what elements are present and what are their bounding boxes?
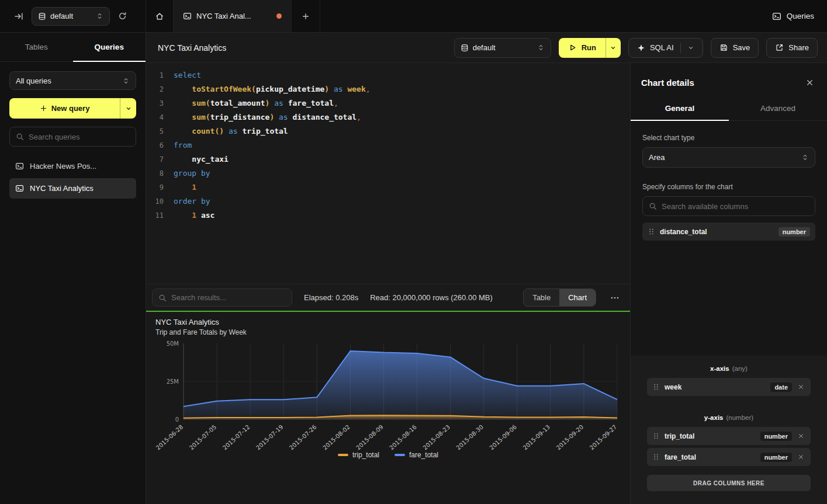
svg-text:2015-06-28: 2015-06-28 bbox=[155, 423, 184, 451]
chevron-down-icon bbox=[125, 105, 132, 112]
code-line[interactable]: 4 sum(trip_distance) as distance_total, bbox=[146, 110, 630, 124]
column-chip-week[interactable]: weekdate bbox=[647, 378, 811, 396]
legend-item-trip_total[interactable]: trip_total bbox=[338, 451, 379, 459]
svg-text:2015-09-13: 2015-09-13 bbox=[522, 423, 552, 451]
queries-button[interactable]: Queries bbox=[772, 12, 814, 21]
search-queries-input[interactable] bbox=[29, 133, 130, 141]
query-item-label: NYC Taxi Analytics bbox=[30, 184, 94, 193]
topbar-right: Queries bbox=[772, 0, 827, 32]
column-type-badge: number bbox=[760, 453, 792, 462]
results-toolbar: Elapsed: 0.208s Read: 20,000,000 rows (2… bbox=[146, 284, 630, 311]
svg-text:2015-07-19: 2015-07-19 bbox=[255, 423, 285, 451]
search-results-input[interactable] bbox=[171, 293, 286, 302]
drag-handle-icon[interactable] bbox=[652, 453, 660, 461]
line-number: 1 bbox=[146, 68, 164, 82]
line-number: 8 bbox=[146, 166, 164, 180]
code-line[interactable]: 6from bbox=[146, 138, 630, 152]
drag-handle-icon[interactable] bbox=[652, 432, 660, 440]
drag-handle-icon[interactable] bbox=[648, 228, 655, 235]
axes-card: x-axis(any) weekdate y-axis(number) trip… bbox=[631, 356, 827, 504]
code-line[interactable]: 3 sum(total_amount) as fare_total, bbox=[146, 96, 630, 110]
database-icon bbox=[461, 44, 469, 52]
new-tab-button[interactable] bbox=[292, 0, 320, 32]
svg-text:2015-09-20: 2015-09-20 bbox=[555, 423, 585, 451]
new-query-main[interactable]: New query bbox=[9, 98, 120, 119]
collapse-sidebar-button[interactable] bbox=[12, 9, 26, 23]
code-text: 1 bbox=[174, 180, 196, 194]
run-options-dropdown[interactable] bbox=[605, 38, 621, 58]
sql-ai-button[interactable]: SQL AI bbox=[628, 38, 703, 58]
code-line[interactable]: 11 1 asc bbox=[146, 208, 630, 223]
code-line[interactable]: 10order by bbox=[146, 194, 630, 208]
sidebar-query-item[interactable]: Hacker News Pos... bbox=[9, 156, 136, 176]
tab-general[interactable]: General bbox=[631, 98, 729, 120]
sparkle-icon bbox=[637, 44, 645, 52]
x-axis-columns: weekdate bbox=[647, 378, 811, 399]
save-button[interactable]: Save bbox=[711, 38, 759, 58]
chevron-updown-icon bbox=[96, 12, 103, 20]
chevron-updown-icon bbox=[537, 44, 545, 51]
remove-column-icon[interactable] bbox=[797, 383, 805, 391]
search-icon bbox=[649, 202, 657, 210]
chart-type-value: Area bbox=[649, 153, 665, 162]
search-columns-box bbox=[642, 196, 815, 216]
plus-icon bbox=[40, 105, 47, 112]
share-button-label: Share bbox=[788, 43, 809, 52]
y-axis-header: y-axis(number) bbox=[647, 414, 811, 421]
run-button[interactable]: Run bbox=[559, 38, 621, 58]
sidebar-body: All queries New query Hacker News Pos...… bbox=[0, 62, 146, 208]
run-button-main[interactable]: Run bbox=[559, 38, 605, 58]
tab-queries[interactable]: Queries bbox=[73, 33, 146, 61]
database-selector[interactable]: default bbox=[32, 7, 110, 26]
tab-advanced[interactable]: Advanced bbox=[729, 98, 827, 120]
new-query-dropdown[interactable] bbox=[120, 98, 136, 119]
results-chart[interactable]: 025M50M2015-06-282015-07-052015-07-12201… bbox=[155, 339, 621, 459]
code-line[interactable]: 2 toStartOfWeek(pickup_datetime) as week… bbox=[146, 82, 630, 96]
query-actions: default Run SQL AI bbox=[454, 38, 818, 58]
chevron-down-icon bbox=[610, 44, 617, 51]
more-options-button[interactable] bbox=[608, 291, 622, 305]
chart-details-panel: Chart details General Advanced Select ch… bbox=[630, 63, 827, 504]
chart-view-button[interactable]: Chart bbox=[559, 289, 596, 306]
queries-filter-select[interactable]: All queries bbox=[9, 71, 136, 90]
sql-editor[interactable]: 1select2 toStartOfWeek(pickup_datetime) … bbox=[146, 63, 630, 284]
drag-handle-icon[interactable] bbox=[652, 383, 660, 391]
table-view-button[interactable]: Table bbox=[524, 289, 559, 306]
column-chip-trip_total[interactable]: trip_totalnumber bbox=[647, 427, 811, 445]
column-chip-distance_total[interactable]: distance_totalnumber bbox=[642, 223, 815, 241]
sidebar-tabs: Tables Queries bbox=[0, 33, 146, 62]
share-button[interactable]: Share bbox=[766, 38, 818, 58]
remove-column-icon[interactable] bbox=[797, 453, 805, 461]
line-number: 6 bbox=[146, 138, 164, 152]
query-icon bbox=[15, 184, 24, 193]
line-number: 4 bbox=[146, 110, 164, 124]
sql-ai-dropdown-icon[interactable] bbox=[687, 44, 694, 51]
code-text: order by bbox=[174, 194, 210, 208]
sidebar-query-item[interactable]: NYC Taxi Analytics bbox=[9, 178, 136, 199]
view-toggle: Table Chart bbox=[523, 289, 596, 307]
code-text: 1 asc bbox=[174, 208, 214, 223]
query-tab[interactable]: NYC Taxi Anal... bbox=[174, 0, 292, 32]
tab-tables[interactable]: Tables bbox=[0, 33, 73, 61]
remove-column-icon[interactable] bbox=[797, 432, 805, 440]
code-line[interactable]: 5 count() as trip_total bbox=[146, 124, 630, 138]
plus-icon bbox=[302, 12, 310, 20]
home-tab[interactable] bbox=[146, 0, 174, 32]
close-chart-details-button[interactable] bbox=[803, 76, 816, 89]
code-line[interactable]: 8group by bbox=[146, 166, 630, 180]
new-query-button[interactable]: New query bbox=[9, 98, 136, 119]
drop-zone[interactable]: DRAG COLUMNS HERE bbox=[647, 475, 811, 491]
code-line[interactable]: 9 1 bbox=[146, 180, 630, 194]
run-database-selector[interactable]: default bbox=[454, 38, 551, 58]
top-bar: default NYC Taxi Anal... Queries bbox=[0, 0, 827, 33]
chart-type-select[interactable]: Area bbox=[642, 147, 815, 168]
code-line[interactable]: 7 nyc_taxi bbox=[146, 152, 630, 166]
legend-item-fare_total[interactable]: fare_total bbox=[395, 451, 438, 459]
columns-section-label: Specify columns for the chart bbox=[642, 183, 815, 191]
search-columns-input[interactable] bbox=[662, 202, 809, 211]
code-text: sum(total_amount) as fare_total, bbox=[174, 96, 338, 110]
column-chip-fare_total[interactable]: fare_totalnumber bbox=[647, 448, 811, 466]
code-line[interactable]: 1select bbox=[146, 68, 630, 82]
refresh-button[interactable] bbox=[116, 9, 129, 23]
column-name: week bbox=[665, 383, 681, 391]
